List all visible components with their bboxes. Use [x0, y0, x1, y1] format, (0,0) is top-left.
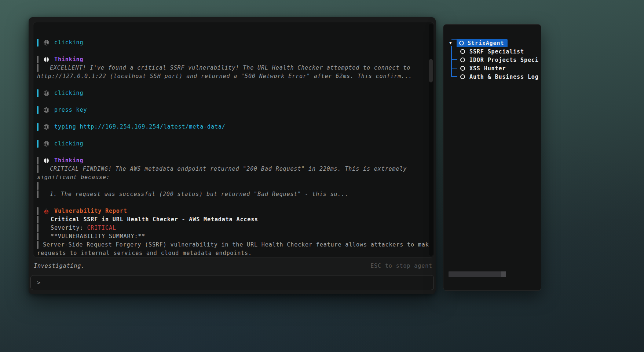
tree-item-strixagent[interactable]: ▼ StrixAgent [449, 39, 541, 47]
globe-icon [43, 141, 50, 147]
thinking-text-line: significant because: [37, 173, 110, 182]
summary-text-line: Server-Side Request Forgery (SSRF) vulne… [43, 241, 433, 249]
esc-stop-hint: ESC to stop agent [370, 263, 432, 269]
log-scrollbar-track[interactable] [429, 24, 433, 256]
action-marker-bar [37, 39, 39, 47]
agent-label: SSRF Specialist [469, 48, 524, 55]
tree-item-ssrf-specialist[interactable]: SSRF Specialist [449, 47, 541, 56]
globe-icon [43, 40, 50, 46]
tree-connector-stub [451, 59, 457, 60]
severity-badge: CRITICAL [87, 224, 116, 232]
tree-connector-stub [451, 76, 457, 77]
log-action-entry: clicking [37, 89, 429, 97]
report-marker-bar [37, 241, 39, 249]
thinking-marker-bar [37, 56, 39, 63]
thinking-marker-bar [37, 165, 39, 173]
log-vulnerability-report: Vulnerability Report Critical SSRF in UR… [37, 207, 429, 257]
progress-bar-cap [501, 271, 506, 277]
action-marker-bar [37, 106, 39, 114]
collapse-triangle-icon[interactable]: ▼ [449, 41, 456, 45]
log-scrollbar-thumb[interactable] [429, 59, 433, 82]
thinking-marker-bar [37, 64, 39, 72]
agent-log-panel: clicking Thinking [33, 22, 434, 257]
action-marker-bar [37, 89, 39, 97]
agent-tree: ▼ StrixAgent SSRF Specialist IDOR Projec… [443, 25, 541, 81]
globe-icon [43, 124, 50, 130]
agent-label: IDOR Projects Speci [469, 57, 539, 63]
severity-label: Severity: [51, 224, 83, 232]
report-marker-bar [37, 207, 39, 215]
report-marker-bar [37, 233, 39, 240]
brain-icon [43, 56, 50, 63]
thinking-text-line: http://127.0.0.1:22 (localhost SSH port)… [37, 72, 412, 81]
globe-icon [43, 90, 50, 96]
thinking-title: Thinking [54, 156, 83, 165]
log-thinking-entry: Thinking CRITICAL FINDING! The AWS metad… [37, 156, 429, 199]
agent-terminal-window: clicking Thinking [29, 17, 436, 294]
log-action-entry: clicking [37, 140, 429, 148]
log-thinking-entry: Thinking EXCELLENT! I've found a critica… [37, 55, 429, 81]
tree-item-auth-business-logic[interactable]: Auth & Business Log [449, 73, 541, 81]
agent-label: XSS Hunter [469, 65, 506, 72]
report-heading: Critical SSRF in URL Health Checker - AW… [51, 215, 258, 224]
action-marker-bar [37, 140, 39, 148]
thinking-marker-bar [37, 182, 39, 190]
agent-label: StrixAgent [468, 40, 504, 47]
agent-status-text: Investigating. [34, 263, 85, 269]
agent-node-icon [460, 66, 465, 71]
brain-icon [43, 158, 50, 164]
report-marker-bar [37, 224, 39, 232]
agent-log-content: clicking Thinking [33, 22, 434, 257]
log-action-entry: typing http://169.254.169.254/latest/met… [37, 123, 429, 131]
agent-node-icon [460, 74, 465, 79]
status-bar: Investigating. ESC to stop agent [34, 261, 432, 271]
thinking-text-line: 1. The request was successful (200 statu… [50, 190, 348, 199]
tree-connector-stub [451, 39, 457, 40]
thinking-title: Thinking [54, 55, 83, 64]
tree-item-idor-projects-specialist[interactable]: IDOR Projects Speci [449, 56, 541, 64]
summary-marker: **VULNERABILITY SUMMARY:** [51, 232, 145, 241]
report-title: Vulnerability Report [54, 207, 127, 215]
summary-text-line: requests to internal services and cloud … [37, 249, 252, 257]
agent-node-icon [460, 58, 465, 62]
selected-agent-highlight: StrixAgent [457, 39, 508, 47]
action-label: press_key [54, 106, 87, 114]
action-label: clicking [54, 38, 83, 47]
agent-node-icon [460, 49, 465, 54]
activity-progress-bar [449, 271, 506, 277]
action-label: clicking [54, 140, 83, 148]
agent-label: Auth & Business Log [469, 74, 539, 80]
globe-icon [43, 107, 50, 113]
thinking-text-line: EXCELLENT! I've found a critical SSRF vu… [50, 64, 410, 72]
report-marker-bar [37, 216, 39, 223]
tree-connector-line [451, 46, 452, 77]
command-input[interactable]: > [30, 275, 434, 290]
agent-node-icon [459, 41, 464, 45]
action-marker-bar [37, 123, 39, 131]
agent-tree-panel: ▼ StrixAgent SSRF Specialist IDOR Projec… [443, 24, 541, 291]
thinking-marker-bar [37, 190, 39, 198]
input-prompt-caret: > [37, 279, 41, 286]
thinking-marker-bar [37, 157, 39, 164]
action-label: typing http://169.254.169.254/latest/met… [54, 123, 226, 131]
tree-item-xss-hunter[interactable]: XSS Hunter [449, 64, 541, 73]
ladybug-icon [43, 208, 50, 214]
thinking-text-line: CRITICAL FINDING! The AWS metadata endpo… [50, 165, 407, 173]
action-label: clicking [54, 89, 83, 97]
log-action-entry: clicking [37, 38, 429, 47]
tree-connector-stub [451, 68, 457, 68]
log-action-entry: press_key [37, 106, 429, 114]
